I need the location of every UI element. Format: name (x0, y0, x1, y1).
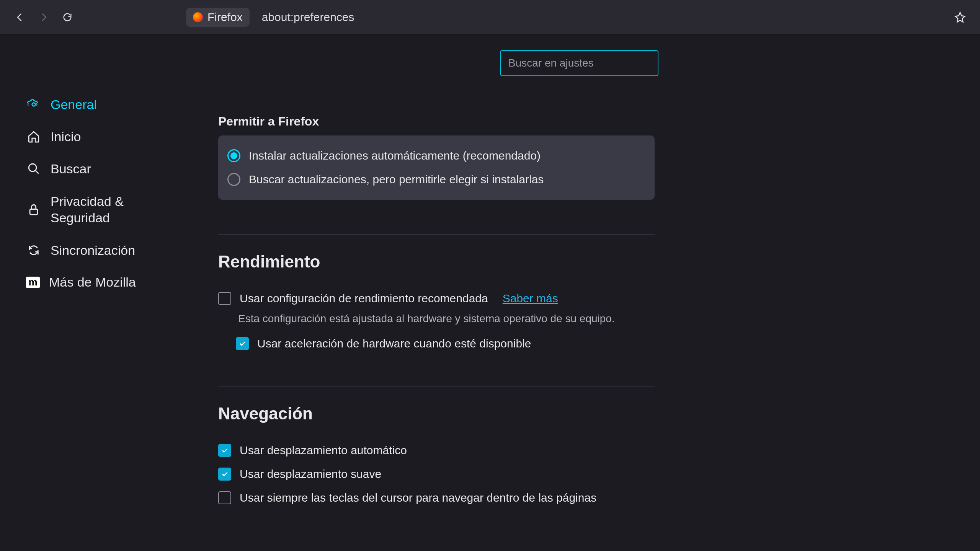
sidebar-item-mozilla[interactable]: m Más de Mozilla (23, 266, 184, 298)
address-bar-url[interactable]: about:preferences (262, 11, 354, 24)
bookmark-star-button[interactable] (952, 9, 969, 26)
checkbox-label: Usar aceleración de hardware cuando esté… (257, 337, 531, 350)
sidebar-item-label: General (51, 97, 97, 112)
sidebar-item-label: Inicio (51, 129, 81, 144)
sidebar-item-label: Más de Mozilla (49, 275, 136, 290)
mozilla-icon: m (26, 277, 40, 288)
forward-button[interactable] (35, 9, 52, 26)
sidebar: General Inicio Buscar Privacidad & Segur… (0, 35, 195, 551)
sync-icon (26, 243, 41, 258)
gear-icon (26, 97, 41, 112)
checkbox-icon (236, 337, 249, 350)
sidebar-item-label: Privacidad & Seguridad (51, 193, 124, 226)
sidebar-item-label: Buscar (51, 161, 91, 176)
checkbox-label: Usar desplazamiento automático (240, 444, 407, 457)
identity-label: Firefox (207, 11, 243, 24)
svg-point-0 (32, 103, 36, 106)
identity-chip[interactable]: Firefox (186, 8, 250, 27)
learn-more-link[interactable]: Saber más (503, 292, 558, 305)
hw-accel-checkbox[interactable]: Usar aceleración de hardware cuando esté… (236, 332, 655, 355)
browsing-section: Navegación Usar desplazamiento automátic… (218, 404, 655, 510)
checkbox-label: Usar desplazamiento suave (240, 468, 381, 481)
radio-icon (227, 149, 240, 162)
sidebar-item-home[interactable]: Inicio (23, 121, 184, 153)
radio-label: Instalar actualizaciones automáticamente… (249, 149, 541, 162)
checkbox-label: Usar siempre las teclas del cursor para … (240, 491, 596, 504)
sidebar-item-label: Sincronización (51, 243, 135, 258)
smooth-scroll-checkbox[interactable]: Usar desplazamiento suave (218, 462, 655, 486)
updates-heading: Permitir a Firefox (218, 114, 655, 129)
perf-recommended-checkbox[interactable]: Usar configuración de rendimiento recome… (218, 287, 655, 310)
reload-button[interactable] (59, 9, 76, 26)
browser-toolbar: Firefox about:preferences (0, 0, 980, 35)
content-area: Permitir a Firefox Instalar actualizacio… (195, 35, 980, 551)
lock-icon (26, 202, 41, 217)
performance-title: Rendimiento (218, 252, 655, 271)
updates-radio-group: Instalar actualizaciones automáticamente… (218, 135, 655, 200)
autoscroll-checkbox[interactable]: Usar desplazamiento automático (218, 439, 655, 462)
back-button[interactable] (11, 9, 28, 26)
checkbox-label: Usar configuración de rendimiento recome… (240, 292, 488, 305)
svg-point-1 (29, 164, 36, 171)
update-option-auto[interactable]: Instalar actualizaciones automáticamente… (227, 144, 645, 168)
checkbox-icon (218, 468, 231, 481)
section-divider (218, 386, 655, 386)
browsing-title: Navegación (218, 404, 655, 423)
firefox-icon (193, 12, 203, 22)
section-divider (218, 234, 655, 235)
sidebar-item-search[interactable]: Buscar (23, 153, 184, 185)
update-option-check[interactable]: Buscar actualizaciones, pero permitirle … (227, 168, 645, 191)
sidebar-item-sync[interactable]: Sincronización (23, 234, 184, 266)
search-input[interactable] (500, 50, 658, 76)
checkbox-icon (218, 491, 231, 504)
performance-hint: Esta configuración está ajustada al hard… (238, 313, 655, 325)
radio-icon (227, 173, 240, 186)
performance-section: Rendimiento Usar configuración de rendim… (218, 252, 655, 355)
search-icon (26, 161, 41, 176)
caret-browsing-checkbox[interactable]: Usar siempre las teclas del cursor para … (218, 486, 655, 510)
sidebar-item-general[interactable]: General (23, 88, 184, 121)
svg-rect-2 (30, 209, 38, 214)
checkbox-icon (218, 444, 231, 457)
home-icon (26, 129, 41, 144)
checkbox-icon (218, 292, 231, 305)
radio-label: Buscar actualizaciones, pero permitirle … (249, 173, 544, 186)
sidebar-item-privacy[interactable]: Privacidad & Seguridad (23, 185, 184, 234)
